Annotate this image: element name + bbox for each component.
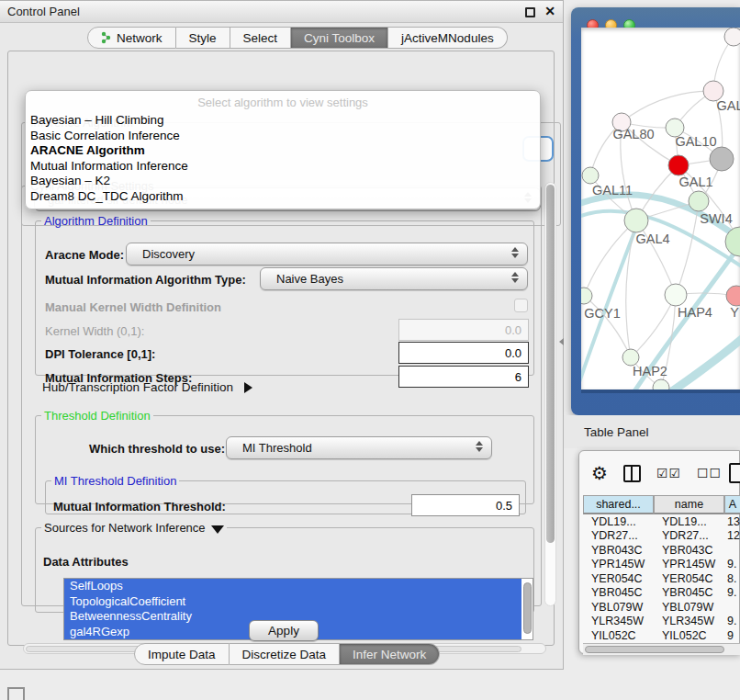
table-cell: YIL052C [654,628,724,643]
scrollbar-thumb[interactable] [546,185,555,543]
close-icon[interactable]: ✕ [544,4,555,18]
network-node[interactable] [710,147,734,171]
network-node-gal11[interactable] [582,167,599,184]
settings-vertical-scrollbar[interactable] [544,182,556,606]
dropdown-item[interactable]: Basic Correlation Inference [26,129,540,144]
network-node-hap4[interactable] [665,284,687,306]
mi-threshold-definition-group: MI Threshold Definition Mutual Informati… [45,474,526,514]
dropdown-item-selected[interactable]: ARACNE Algorithm [26,143,540,159]
collapse-expanded-icon [211,525,224,534]
column-header-partial[interactable]: A [724,495,740,514]
tab-cyni-toolbox[interactable]: Cyni Toolbox [291,27,388,49]
tab-label: Infer Network [353,648,426,661]
network-node[interactable] [653,379,669,390]
kernel-width-field[interactable] [398,319,529,341]
dropdown-item[interactable]: Bayesian – Hill Climbing [26,113,540,129]
mi-steps-field[interactable] [398,366,529,388]
stepper-icon [511,272,519,283]
scrollbar-thumb[interactable] [585,646,724,653]
threshold-definition-group: Threshold Definition Which threshold to … [35,409,534,504]
which-threshold-value: MI Threshold [242,441,312,455]
network-node[interactable] [668,155,689,175]
tab-select[interactable]: Select [230,27,292,49]
network-node-gal4[interactable] [624,209,648,232]
network-node-label: GAL11 [592,183,633,198]
expand-collapsed-icon [244,382,252,393]
mi-type-combo[interactable]: Naive Bayes [260,267,528,290]
column-header-shared-name[interactable]: shared... [583,495,654,514]
table-cell: 13 [724,514,740,529]
attribute-item-selected[interactable]: SelfLoops [64,579,521,594]
canvas-shadow [581,390,740,393]
apply-button[interactable]: Apply [249,620,319,641]
table-row[interactable]: YBR043CYBR043C [583,543,740,558]
tab-impute-data[interactable]: Impute Data [134,643,230,665]
network-node-label: GAL [716,98,740,113]
dpi-tolerance-field[interactable] [398,342,529,364]
table-cell: YDL19... [583,514,654,529]
tab-style[interactable]: Style [176,27,230,49]
table-row[interactable]: YBR045CYBR045C9. [583,586,740,601]
tab-discretize-data[interactable]: Discretize Data [230,643,341,665]
table-cell: 9. [724,615,740,629]
export-table-icon[interactable] [729,463,740,483]
list-scrollbar-thumb[interactable] [523,582,532,634]
mi-threshold-field[interactable] [411,494,520,516]
table-cell: 9. [724,586,740,601]
tab-label: jActiveMNodules [401,31,494,45]
column-header-name[interactable]: name [654,495,724,514]
network-node-label: HAP2 [633,364,667,378]
table-panel-header: Table Panel [564,415,740,448]
tab-infer-network[interactable]: Infer Network [340,643,440,665]
network-canvas[interactable]: GALGAL80GAL10GAL11GAL1SWI4GAL4GCY1HAP4YH… [581,28,740,390]
table-panel-window: ⚙ ☑☑ ☐☐ shared... name A YDL19...YDL19..… [578,450,740,654]
hub-definition-expander[interactable]: Hub/Transcription Factor Definition [42,380,252,394]
tab-label: Network [117,31,163,45]
deselect-all-icon[interactable]: ☐☐ [697,466,722,480]
network-node[interactable] [724,28,740,46]
control-panel-tabs: Network Style Select Cyni Toolbox jActiv… [87,27,508,49]
network-node-y[interactable] [726,286,740,306]
dropdown-item[interactable]: Mutual Information Inference [26,159,540,175]
tab-label: Style [189,31,217,45]
tab-network[interactable]: Network [87,27,176,49]
collapsed-panel-icon[interactable] [7,687,25,700]
tab-jactivemnodules[interactable]: jActiveMNodules [388,27,508,49]
table-row[interactable]: YDL19...YDL19...13 [583,514,740,529]
select-all-icon[interactable]: ☑☑ [656,466,681,480]
network-view-window: GALGAL80GAL10GAL11GAL1SWI4GAL4GCY1HAP4YH… [571,7,740,415]
float-window-icon[interactable] [525,7,535,17]
network-node-gal1[interactable] [689,191,709,211]
which-threshold-combo[interactable]: MI Threshold [226,436,492,459]
table-row[interactable]: YPR145WYPR145W9. [583,558,740,572]
columns-icon[interactable] [623,465,641,482]
table-row[interactable]: YDR27...YDR27...12 [583,529,740,544]
aracne-mode-combo[interactable]: Discovery [126,243,528,265]
table-cell [724,543,740,558]
table-cell: YER054C [654,571,724,586]
dropdown-item[interactable]: Dream8 DC_TDC Algorithm [26,189,540,205]
sources-title[interactable]: Sources for Network Inference [41,521,227,535]
table-cell: YER054C [583,571,654,586]
table-row[interactable]: YIL052CYIL052C9 [583,628,740,643]
manual-kernel-checkbox[interactable] [514,299,528,312]
table-row[interactable]: YBL079WYBL079W [583,600,740,615]
table-row[interactable]: YLR345WYLR345W9. [583,615,740,629]
table-row[interactable]: YER054CYER054C8. [583,571,740,586]
gear-icon[interactable]: ⚙ [591,464,608,482]
hub-definition-label: Hub/Transcription Factor Definition [42,380,233,394]
table-cell: 12 [724,529,740,544]
sources-title-text: Sources for Network Inference [44,521,206,535]
attribute-item-selected[interactable]: TopologicalCoefficient [64,594,521,610]
threshold-definition-title: Threshold Definition [41,409,153,423]
splitter-collapse-icon[interactable] [559,338,564,345]
dropdown-item[interactable]: Bayesian – K2 [26,174,540,189]
table-cell: YBR043C [583,543,654,558]
dropdown-placeholder: Select algorithm to view settings [26,91,540,113]
table-cell: YIL052C [583,628,654,643]
table-cell: 9 [724,628,740,643]
table-horizontal-scrollbar[interactable] [583,643,740,655]
mi-threshold-definition-title: MI Threshold Definition [51,474,179,488]
table-panel-title: Table Panel [584,425,649,439]
control-panel-title: Control Panel [7,5,80,18]
